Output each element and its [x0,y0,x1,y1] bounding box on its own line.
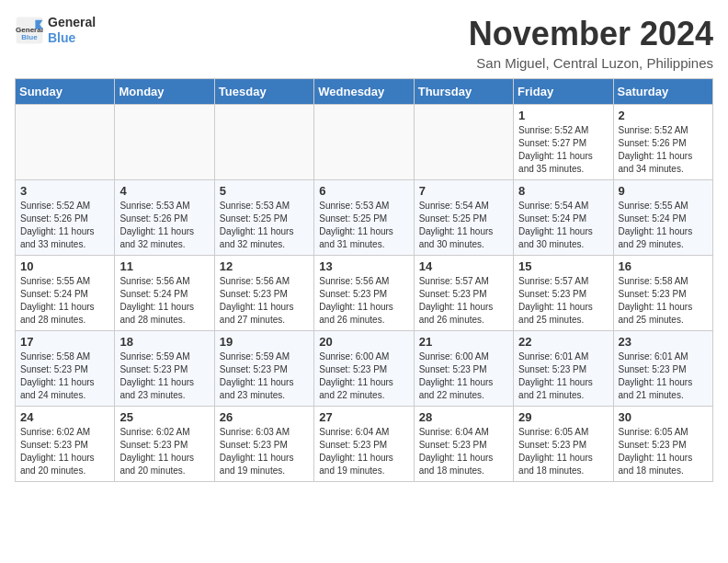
day-number: 5 [220,184,309,198]
day-info: Sunrise: 5:54 AM Sunset: 5:25 PM Dayligh… [419,200,508,251]
day-info: Sunrise: 6:04 AM Sunset: 5:23 PM Dayligh… [419,426,508,477]
day-info: Sunrise: 6:05 AM Sunset: 5:23 PM Dayligh… [518,426,608,477]
day-cell: 15Sunrise: 5:57 AM Sunset: 5:23 PM Dayli… [514,256,613,331]
weekday-header-thursday: Thursday [414,79,513,105]
day-cell: 24Sunrise: 6:02 AM Sunset: 5:23 PM Dayli… [16,407,115,482]
day-number: 26 [220,410,309,424]
day-number: 13 [319,259,408,273]
logo-line1: General [48,15,96,30]
day-number: 4 [119,184,209,198]
day-cell: 1Sunrise: 5:52 AM Sunset: 5:27 PM Daylig… [514,105,613,180]
day-info: Sunrise: 5:55 AM Sunset: 5:24 PM Dayligh… [619,200,708,251]
weekday-header-sunday: Sunday [16,79,115,105]
day-info: Sunrise: 5:56 AM Sunset: 5:23 PM Dayligh… [220,275,309,327]
day-number: 20 [319,335,408,349]
day-number: 8 [518,184,608,198]
day-cell [16,105,115,180]
day-number: 29 [518,410,608,424]
day-number: 22 [518,335,608,349]
day-number: 27 [319,410,408,424]
day-cell: 3Sunrise: 5:52 AM Sunset: 5:26 PM Daylig… [16,180,115,256]
day-cell: 29Sunrise: 6:05 AM Sunset: 5:23 PM Dayli… [514,407,613,482]
day-cell: 12Sunrise: 5:56 AM Sunset: 5:23 PM Dayli… [214,256,313,331]
week-row-4: 17Sunrise: 5:58 AM Sunset: 5:23 PM Dayli… [16,331,713,407]
day-info: Sunrise: 5:52 AM Sunset: 5:26 PM Dayligh… [619,124,708,176]
day-number: 23 [619,335,708,349]
day-number: 15 [518,259,608,273]
day-info: Sunrise: 5:58 AM Sunset: 5:23 PM Dayligh… [619,275,708,327]
day-number: 11 [119,259,209,273]
day-cell [314,105,414,180]
day-info: Sunrise: 5:56 AM Sunset: 5:24 PM Dayligh… [119,275,209,327]
day-info: Sunrise: 5:52 AM Sunset: 5:27 PM Dayligh… [518,124,608,176]
day-info: Sunrise: 5:57 AM Sunset: 5:23 PM Dayligh… [419,275,508,327]
weekday-header-tuesday: Tuesday [214,79,313,105]
day-cell: 13Sunrise: 5:56 AM Sunset: 5:23 PM Dayli… [314,256,414,331]
day-number: 21 [419,335,508,349]
day-info: Sunrise: 5:53 AM Sunset: 5:25 PM Dayligh… [220,200,309,251]
day-number: 3 [20,184,109,198]
day-number: 30 [619,410,708,424]
day-info: Sunrise: 5:58 AM Sunset: 5:23 PM Dayligh… [20,350,109,402]
day-number: 17 [20,335,109,349]
day-info: Sunrise: 6:03 AM Sunset: 5:23 PM Dayligh… [220,426,309,477]
day-cell: 14Sunrise: 5:57 AM Sunset: 5:23 PM Dayli… [414,256,513,331]
day-info: Sunrise: 5:52 AM Sunset: 5:26 PM Dayligh… [20,200,109,251]
month-title: November 2024 [469,15,713,53]
week-row-1: 1Sunrise: 5:52 AM Sunset: 5:27 PM Daylig… [16,105,713,180]
calendar: SundayMondayTuesdayWednesdayThursdayFrid… [15,78,713,482]
day-info: Sunrise: 6:00 AM Sunset: 5:23 PM Dayligh… [419,350,508,402]
day-info: Sunrise: 5:56 AM Sunset: 5:23 PM Dayligh… [319,275,408,327]
week-row-5: 24Sunrise: 6:02 AM Sunset: 5:23 PM Dayli… [16,407,713,482]
day-info: Sunrise: 5:53 AM Sunset: 5:25 PM Dayligh… [319,200,408,251]
day-cell: 28Sunrise: 6:04 AM Sunset: 5:23 PM Dayli… [414,407,513,482]
day-info: Sunrise: 6:00 AM Sunset: 5:23 PM Dayligh… [319,350,408,402]
day-info: Sunrise: 6:02 AM Sunset: 5:23 PM Dayligh… [119,426,209,477]
day-cell: 16Sunrise: 5:58 AM Sunset: 5:23 PM Dayli… [613,256,712,331]
day-cell: 17Sunrise: 5:58 AM Sunset: 5:23 PM Dayli… [16,331,115,407]
logo-line2: Blue [48,30,96,46]
week-row-3: 10Sunrise: 5:55 AM Sunset: 5:24 PM Dayli… [16,256,713,331]
day-info: Sunrise: 6:01 AM Sunset: 5:23 PM Dayligh… [518,350,608,402]
day-cell: 22Sunrise: 6:01 AM Sunset: 5:23 PM Dayli… [514,331,613,407]
day-cell: 9Sunrise: 5:55 AM Sunset: 5:24 PM Daylig… [613,180,712,256]
day-cell: 11Sunrise: 5:56 AM Sunset: 5:24 PM Dayli… [115,256,214,331]
day-cell [115,105,214,180]
day-number: 16 [619,259,708,273]
day-number: 19 [220,335,309,349]
day-number: 6 [319,184,408,198]
day-info: Sunrise: 5:53 AM Sunset: 5:26 PM Dayligh… [119,200,209,251]
svg-text:Blue: Blue [21,32,38,40]
day-number: 9 [619,184,708,198]
day-cell: 2Sunrise: 5:52 AM Sunset: 5:26 PM Daylig… [613,105,712,180]
day-cell: 19Sunrise: 5:59 AM Sunset: 5:23 PM Dayli… [214,331,313,407]
day-number: 25 [119,410,209,424]
logo-icon: General Blue [15,16,44,45]
day-cell: 6Sunrise: 5:53 AM Sunset: 5:25 PM Daylig… [314,180,414,256]
day-info: Sunrise: 6:05 AM Sunset: 5:23 PM Dayligh… [619,426,708,477]
weekday-header-friday: Friday [514,79,613,105]
week-row-2: 3Sunrise: 5:52 AM Sunset: 5:26 PM Daylig… [16,180,713,256]
day-cell [414,105,513,180]
day-cell [214,105,313,180]
day-number: 1 [518,109,608,122]
day-cell: 20Sunrise: 6:00 AM Sunset: 5:23 PM Dayli… [314,331,414,407]
day-cell: 26Sunrise: 6:03 AM Sunset: 5:23 PM Dayli… [214,407,313,482]
logo: General Blue General Blue [15,15,96,46]
day-info: Sunrise: 5:55 AM Sunset: 5:24 PM Dayligh… [20,275,109,327]
day-number: 24 [20,410,109,424]
title-block: November 2024 San Miguel, Central Luzon,… [469,15,713,71]
day-number: 28 [419,410,508,424]
weekday-header-monday: Monday [115,79,214,105]
weekday-header-saturday: Saturday [613,79,712,105]
day-cell: 18Sunrise: 5:59 AM Sunset: 5:23 PM Dayli… [115,331,214,407]
day-cell: 21Sunrise: 6:00 AM Sunset: 5:23 PM Dayli… [414,331,513,407]
day-cell: 10Sunrise: 5:55 AM Sunset: 5:24 PM Dayli… [16,256,115,331]
day-info: Sunrise: 5:59 AM Sunset: 5:23 PM Dayligh… [220,350,309,402]
day-info: Sunrise: 6:02 AM Sunset: 5:23 PM Dayligh… [20,426,109,477]
day-number: 2 [619,109,708,122]
day-info: Sunrise: 6:01 AM Sunset: 5:23 PM Dayligh… [619,350,708,402]
day-info: Sunrise: 5:59 AM Sunset: 5:23 PM Dayligh… [119,350,209,402]
weekday-header-wednesday: Wednesday [314,79,414,105]
day-cell: 7Sunrise: 5:54 AM Sunset: 5:25 PM Daylig… [414,180,513,256]
